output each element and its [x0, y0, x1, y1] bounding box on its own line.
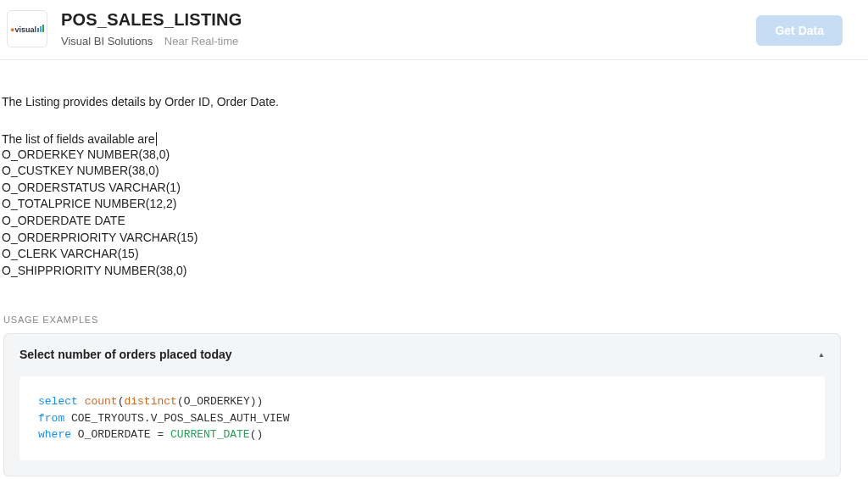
example-title: Select number of orders placed today: [19, 348, 232, 361]
logo-bars-icon: [37, 25, 44, 32]
provider-name: Visual BI Solutions: [61, 35, 153, 47]
field-item: O_SHIPPRIORITY NUMBER(38,0): [2, 263, 866, 280]
collapse-caret-icon: ▲: [818, 351, 825, 359]
page-title: POS_SALES_LISTING: [61, 10, 843, 30]
field-item: O_TOTALPRICE NUMBER(12,2): [2, 196, 866, 213]
field-item: O_ORDERDATE DATE: [2, 213, 866, 230]
field-item: O_ORDERSTATUS VARCHAR(1): [2, 180, 866, 197]
fields-intro: The list of fields available are: [2, 132, 157, 146]
field-item: O_CLERK VARCHAR(15): [2, 246, 866, 263]
field-item: O_CUSTKEY NUMBER(38,0): [2, 163, 866, 180]
usage-examples-label: USAGE EXAMPLES: [3, 315, 866, 325]
title-area: POS_SALES_LISTING Visual BI Solutions Ne…: [61, 10, 843, 47]
field-item: O_ORDERKEY NUMBER(38,0): [2, 147, 866, 164]
logo-text: ●visual: [10, 25, 44, 34]
listing-content: The Listing provides details by Order ID…: [0, 60, 868, 476]
field-item: O_ORDERPRIORITY VARCHAR(15): [2, 230, 866, 247]
provider-logo: ●visual: [7, 10, 47, 47]
freshness-label: Near Real-time: [164, 35, 238, 47]
example-header[interactable]: Select number of orders placed today ▲: [19, 348, 825, 361]
fields-block: The list of fields available are O_ORDER…: [2, 131, 866, 280]
get-data-button[interactable]: Get Data: [756, 15, 843, 46]
fields-list: O_ORDERKEY NUMBER(38,0) O_CUSTKEY NUMBER…: [2, 147, 866, 280]
subtitle-row: Visual BI Solutions Near Real-time: [61, 35, 843, 47]
listing-description: The Listing provides details by Order ID…: [2, 94, 866, 111]
example-panel: Select number of orders placed today ▲ s…: [3, 333, 841, 476]
sql-code-block: select count(distinct(O_ORDERKEY)) from …: [19, 376, 825, 460]
listing-header: ●visual POS_SALES_LISTING Visual BI Solu…: [0, 0, 868, 60]
